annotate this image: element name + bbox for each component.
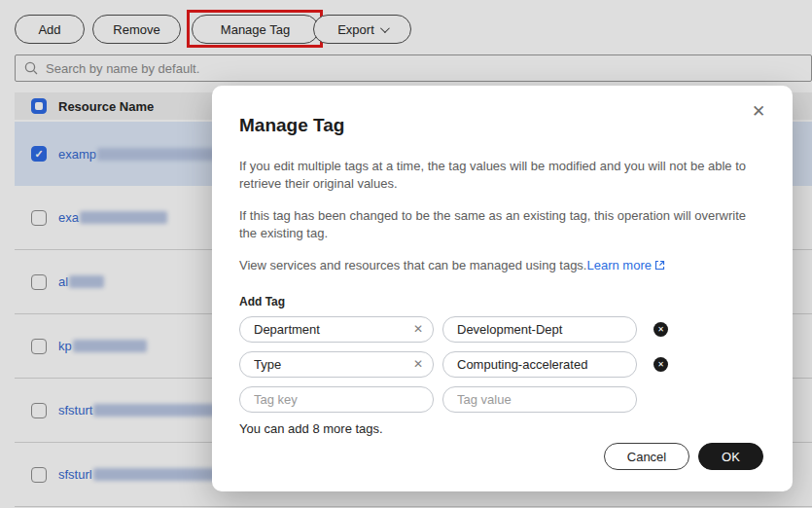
- view-services-text: View services and resources that can be …: [239, 258, 586, 272]
- dialog-description-3: View services and resources that can be …: [239, 257, 765, 275]
- tag-row: ✕ ✕: [239, 316, 765, 343]
- delete-tag-icon[interactable]: ✕: [653, 322, 668, 337]
- clear-key-icon[interactable]: ✕: [413, 357, 423, 372]
- tag-value-input[interactable]: [442, 316, 637, 343]
- tag-row: ✕ ✕: [239, 351, 765, 378]
- close-icon[interactable]: ✕: [746, 99, 771, 125]
- tag-key-input-empty[interactable]: [239, 386, 434, 413]
- add-tag-label: Add Tag: [239, 295, 765, 308]
- tag-rows: ✕ ✕ ✕ ✕: [239, 316, 765, 413]
- manage-tag-dialog: ✕ Manage Tag If you edit multiple tags a…: [212, 86, 793, 491]
- tag-key-input[interactable]: [239, 316, 434, 343]
- dialog-description-1: If you edit multiple tags at a time, the…: [239, 158, 765, 194]
- clear-key-icon[interactable]: ✕: [413, 322, 423, 337]
- tag-row: [239, 386, 765, 413]
- resource-tag-page: Add Remove Manage Tag Export Resource Na…: [0, 0, 812, 508]
- tag-value-input-empty[interactable]: [442, 386, 637, 413]
- dialog-footer: Cancel OK: [604, 443, 763, 470]
- cancel-button[interactable]: Cancel: [604, 443, 689, 470]
- delete-tag-icon[interactable]: ✕: [653, 357, 668, 372]
- dialog-title: Manage Tag: [239, 115, 765, 136]
- dialog-description-2: If this tag has been changed to be the s…: [239, 207, 765, 243]
- remaining-tags-text: You can add 8 more tags.: [239, 421, 765, 436]
- learn-more-link[interactable]: Learn more: [586, 258, 651, 272]
- tag-key-input[interactable]: [239, 351, 434, 378]
- external-link-icon: [654, 258, 665, 275]
- tag-value-input[interactable]: [442, 351, 637, 378]
- ok-button[interactable]: OK: [698, 443, 763, 470]
